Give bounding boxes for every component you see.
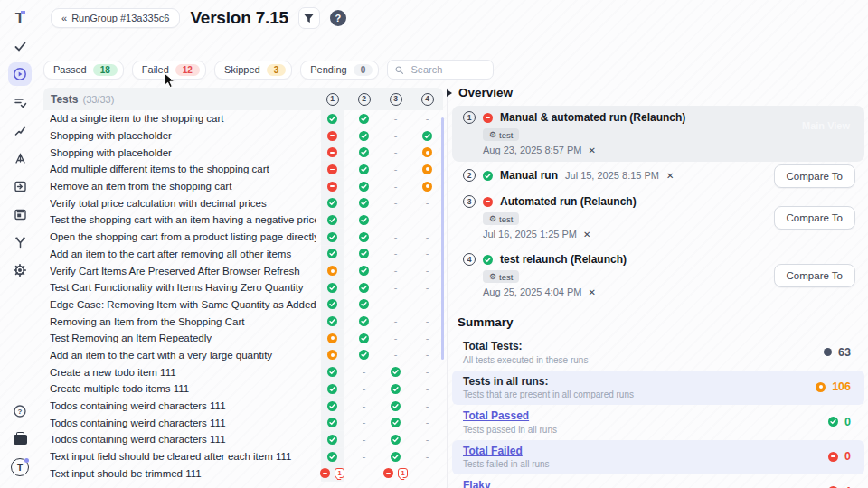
status-cell[interactable] [380, 414, 411, 431]
comment-badge-icon[interactable]: 1 [335, 468, 344, 478]
run-item[interactable]: 4test relaunch (Relaunch)⚙testAug 25, 20… [452, 248, 864, 304]
test-row[interactable]: Open the shopping cart from a product li… [43, 229, 443, 246]
summary-row[interactable]: Total FailedTests failed in all runs0 [452, 440, 864, 475]
status-cell[interactable] [411, 178, 443, 195]
status-cell[interactable]: - [380, 330, 411, 347]
test-row[interactable]: Create multiple todo items 111-- [43, 380, 443, 398]
right-panel-scrollbar[interactable] [441, 117, 444, 360]
search-input[interactable] [409, 63, 486, 76]
test-row[interactable]: Verify Cart Items Are Preserved After Br… [43, 262, 443, 279]
status-cell[interactable] [380, 363, 411, 380]
status-cell[interactable]: - [411, 313, 443, 330]
status-cell[interactable]: 1 [316, 465, 348, 482]
status-cell[interactable]: - [411, 465, 443, 482]
run-column-header[interactable]: 4 [411, 93, 443, 106]
status-cell[interactable] [316, 347, 348, 364]
run-tag-chip[interactable]: ⚙test [483, 128, 519, 141]
status-cell[interactable] [316, 313, 348, 330]
summary-row[interactable]: Total PassedTests passed in all runs0 [452, 405, 864, 440]
status-cell[interactable]: - [348, 398, 380, 415]
remove-run-icon[interactable]: ✕ [583, 230, 590, 239]
filter-chip-pending[interactable]: Pending0 [300, 61, 379, 80]
status-cell[interactable] [411, 161, 443, 178]
status-cell[interactable] [348, 347, 380, 364]
status-cell[interactable]: - [380, 178, 411, 195]
status-cell[interactable]: - [348, 363, 380, 380]
test-row[interactable]: Test the shopping cart with an item havi… [43, 211, 443, 229]
test-row[interactable]: Shopping with placeholder- [43, 144, 443, 161]
status-cell[interactable] [316, 363, 348, 380]
status-cell[interactable] [348, 144, 380, 161]
sidebar-projects[interactable] [8, 427, 32, 451]
status-cell[interactable]: - [380, 229, 411, 246]
status-cell[interactable]: - [411, 414, 443, 431]
status-cell[interactable] [316, 296, 348, 314]
status-cell[interactable] [348, 211, 380, 229]
status-cell[interactable] [316, 211, 348, 229]
filter-button[interactable] [298, 7, 320, 29]
status-cell[interactable]: - [380, 246, 411, 263]
sidebar-item-tests[interactable] [8, 34, 32, 58]
status-cell[interactable]: - [411, 296, 443, 314]
status-cell[interactable] [348, 313, 380, 330]
status-cell[interactable]: - [380, 127, 411, 145]
status-cell[interactable] [411, 127, 443, 145]
status-cell[interactable]: - [411, 262, 443, 279]
test-row[interactable]: Test Cart Functionality with Items Havin… [43, 279, 443, 296]
test-row[interactable]: Shopping with placeholder- [43, 127, 443, 145]
compare-to-button[interactable]: Compare To [774, 206, 855, 230]
status-cell[interactable] [316, 144, 348, 161]
summary-link[interactable]: Flaky [463, 479, 669, 488]
status-cell[interactable] [348, 229, 380, 246]
status-cell[interactable]: - [411, 211, 443, 229]
test-row[interactable]: Removing an Item from the Shopping Cart-… [43, 313, 443, 330]
test-row[interactable]: Remove an item from the shopping cart- [43, 178, 443, 195]
status-cell[interactable] [348, 194, 380, 211]
test-row[interactable]: Add an item to the cart with a very larg… [43, 347, 443, 364]
test-row[interactable]: Edge Case: Removing Item with Same Quant… [43, 296, 443, 314]
status-cell[interactable] [316, 194, 348, 211]
rungroup-back-button[interactable]: « RunGroup #13a335c6 [51, 8, 180, 28]
status-cell[interactable]: - [411, 110, 443, 127]
status-cell[interactable]: - [348, 380, 380, 398]
test-row[interactable]: Create a new todo item 111-- [43, 363, 443, 380]
run-column-header[interactable]: 1 [316, 93, 348, 106]
run-item[interactable]: 3Automated run (Relaunch)⚙testJul 16, 20… [452, 190, 864, 246]
sidebar-item-runs[interactable] [8, 62, 32, 86]
sidebar-item-branches[interactable] [8, 230, 32, 254]
status-cell[interactable] [316, 330, 348, 347]
search-box[interactable] [387, 60, 494, 80]
status-cell[interactable] [316, 229, 348, 246]
test-row[interactable]: Verify total price calculation with deci… [43, 194, 443, 211]
status-cell[interactable] [316, 110, 348, 127]
status-cell[interactable]: - [348, 465, 380, 482]
remove-run-icon[interactable]: ✕ [666, 171, 674, 181]
test-row[interactable]: Add multiple different items to the shop… [43, 161, 443, 178]
status-cell[interactable] [316, 262, 348, 279]
status-cell[interactable] [316, 431, 348, 448]
status-cell[interactable] [316, 380, 348, 398]
help-button[interactable]: ? [330, 10, 346, 26]
status-cell[interactable] [348, 110, 380, 127]
status-cell[interactable]: 1 [380, 465, 411, 482]
status-cell[interactable] [316, 448, 348, 465]
status-cell[interactable]: - [348, 414, 380, 431]
status-cell[interactable]: - [380, 144, 411, 161]
sidebar-item-import[interactable] [8, 174, 32, 198]
status-cell[interactable] [348, 127, 380, 145]
status-cell[interactable] [380, 398, 411, 415]
remove-run-icon[interactable]: ✕ [588, 145, 595, 155]
sidebar-item-wiki[interactable] [8, 202, 32, 226]
run-column-header[interactable]: 2 [348, 93, 380, 106]
test-row[interactable]: Add a single item to the shopping cart-- [43, 110, 443, 127]
status-cell[interactable]: - [411, 347, 443, 364]
status-cell[interactable] [348, 296, 380, 314]
status-cell[interactable] [380, 380, 411, 398]
status-cell[interactable] [380, 431, 411, 448]
test-row[interactable]: Text input field should be cleared after… [43, 448, 443, 465]
filter-chip-skipped[interactable]: Skipped3 [214, 61, 292, 80]
run-item[interactable]: 2Manual runJul 15, 2025 8:15 PM✕Compare … [452, 164, 864, 188]
status-cell[interactable]: - [411, 448, 443, 465]
sidebar-item-automation[interactable] [8, 146, 32, 170]
status-cell[interactable] [316, 127, 348, 145]
